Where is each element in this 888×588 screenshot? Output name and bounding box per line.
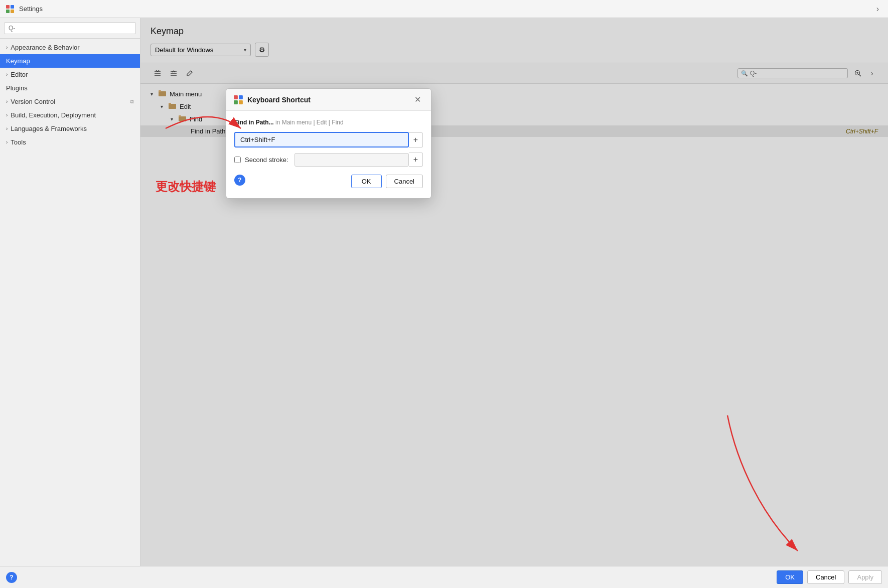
second-stroke-row: Second stroke: + bbox=[234, 153, 423, 167]
dialog-title: Keyboard Shortcut bbox=[247, 96, 411, 104]
arrow-icon: › bbox=[6, 45, 8, 50]
window-title: Settings bbox=[19, 5, 872, 13]
dialog-description: Find in Path... in Main menu | Edit | Fi… bbox=[234, 119, 423, 126]
shortcut-input-field[interactable] bbox=[234, 132, 409, 148]
sidebar: › Appearance & Behavior Keymap › Editor … bbox=[0, 18, 140, 566]
bottom-apply-button[interactable]: Apply bbox=[848, 570, 882, 584]
arrow-icon: › bbox=[6, 72, 8, 77]
svg-rect-3 bbox=[11, 10, 14, 13]
dialog-body: Find in Path... in Main menu | Edit | Fi… bbox=[226, 111, 431, 198]
content-area: Keymap Default for Windows ▾ ⚙ bbox=[140, 18, 888, 566]
sidebar-item-label: Keymap bbox=[6, 57, 30, 65]
sidebar-item-label: Plugins bbox=[6, 84, 28, 92]
arrow-icon: › bbox=[6, 126, 8, 131]
sidebar-item-appearance[interactable]: › Appearance & Behavior bbox=[0, 41, 140, 54]
sidebar-item-label: Tools bbox=[11, 138, 26, 146]
shortcut-add-button[interactable]: + bbox=[409, 132, 423, 148]
main-layout: › Appearance & Behavior Keymap › Editor … bbox=[0, 18, 888, 566]
arrow-icon: › bbox=[6, 99, 8, 104]
app-icon bbox=[5, 4, 15, 14]
help-button[interactable]: ? bbox=[6, 572, 17, 583]
second-stroke-add-button[interactable]: + bbox=[409, 153, 423, 167]
dialog-breadcrumb-path: in Main menu | Edit | Find bbox=[275, 119, 344, 126]
dialog-actions: ? OK Cancel bbox=[234, 175, 423, 190]
dialog-close-button[interactable]: ✕ bbox=[411, 94, 424, 105]
modal-overlay: Keyboard Shortcut ✕ Find in Path... in M… bbox=[140, 18, 888, 566]
svg-rect-2 bbox=[6, 10, 10, 13]
second-stroke-label: Second stroke: bbox=[245, 156, 288, 164]
sidebar-item-plugins[interactable]: Plugins bbox=[0, 81, 140, 95]
arrow-icon: › bbox=[6, 112, 8, 118]
dialog-ok-button[interactable]: OK bbox=[351, 175, 382, 188]
close-button[interactable]: › bbox=[872, 3, 883, 16]
sidebar-item-tools[interactable]: › Tools bbox=[0, 135, 140, 149]
svg-rect-0 bbox=[6, 5, 10, 9]
dialog-cancel-button[interactable]: Cancel bbox=[386, 175, 423, 188]
copy-icon: ⧉ bbox=[130, 98, 134, 105]
keyboard-shortcut-dialog: Keyboard Shortcut ✕ Find in Path... in M… bbox=[226, 88, 431, 199]
second-stroke-input-field[interactable] bbox=[294, 153, 409, 167]
dialog-icon bbox=[233, 95, 243, 105]
annotation-text: 更改快捷键 bbox=[156, 179, 216, 195]
second-stroke-checkbox[interactable] bbox=[234, 157, 241, 163]
sidebar-item-languages[interactable]: › Languages & Frameworks bbox=[0, 122, 140, 135]
svg-rect-19 bbox=[234, 95, 238, 99]
dialog-titlebar: Keyboard Shortcut ✕ bbox=[226, 89, 431, 111]
title-bar: Settings › bbox=[0, 0, 888, 18]
sidebar-item-label: Build, Execution, Deployment bbox=[11, 111, 96, 119]
bottom-cancel-button[interactable]: Cancel bbox=[807, 570, 844, 584]
svg-rect-22 bbox=[239, 100, 243, 104]
sidebar-item-label: Editor bbox=[11, 71, 28, 78]
dialog-action-name: Find in Path... bbox=[234, 119, 274, 126]
svg-rect-20 bbox=[239, 95, 243, 99]
sidebar-item-label: Languages & Frameworks bbox=[11, 125, 87, 132]
bottom-bar: ? OK Cancel Apply bbox=[0, 566, 888, 588]
sidebar-item-label: Version Control bbox=[11, 98, 55, 105]
shortcut-input-row: + bbox=[234, 132, 423, 148]
bottom-ok-button[interactable]: OK bbox=[777, 570, 803, 584]
sidebar-nav: › Appearance & Behavior Keymap › Editor … bbox=[0, 39, 140, 566]
sidebar-item-editor[interactable]: › Editor bbox=[0, 68, 140, 81]
sidebar-item-build[interactable]: › Build, Execution, Deployment bbox=[0, 108, 140, 122]
svg-rect-21 bbox=[234, 100, 238, 104]
dialog-help-button[interactable]: ? bbox=[234, 175, 245, 186]
sidebar-search-input[interactable] bbox=[4, 22, 136, 34]
sidebar-search-container bbox=[0, 18, 140, 39]
arrow-icon: › bbox=[6, 139, 8, 145]
sidebar-item-keymap[interactable]: Keymap bbox=[0, 54, 140, 68]
sidebar-item-label: Appearance & Behavior bbox=[11, 44, 79, 51]
svg-rect-1 bbox=[11, 5, 14, 9]
sidebar-item-version-control[interactable]: › Version Control ⧉ bbox=[0, 95, 140, 108]
